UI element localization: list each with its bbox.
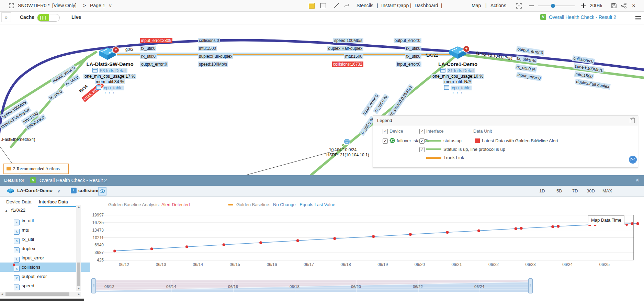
line-tool-icon[interactable] bbox=[334, 3, 339, 8]
cache-label: Cache bbox=[20, 14, 34, 20]
device-alert-badge[interactable]: + bbox=[463, 45, 470, 53]
map-data-time-marker[interactable]: Map Data Time bbox=[588, 215, 624, 225]
toggle-on-half bbox=[37, 14, 49, 21]
range-button-7d[interactable]: 7D bbox=[572, 188, 578, 193]
x-tick-label: 06/16 bbox=[265, 262, 279, 267]
slider-right-handle[interactable] bbox=[528, 278, 533, 293]
slider-date-label: 06/12 bbox=[104, 285, 114, 289]
fit-screen-icon[interactable] bbox=[516, 3, 522, 9]
sidebar-hscrollbar[interactable]: ◄ ► bbox=[0, 292, 81, 297]
tree-item-label: collisions bbox=[22, 265, 41, 270]
scroll-right-icon[interactable]: ► bbox=[77, 292, 80, 296]
map-label-chip: tx_util:0 bbox=[405, 54, 421, 59]
mem-util-label: mem_util:34 % bbox=[95, 79, 125, 84]
tab-interface-data[interactable]: Interface Data bbox=[39, 199, 68, 204]
menu-sep: | bbox=[377, 0, 378, 11]
legend-view-link[interactable]: View bbox=[535, 138, 545, 143]
details-close-icon[interactable]: × bbox=[635, 177, 639, 184]
map-label-chip: mtu:1500 bbox=[198, 46, 217, 51]
sidebar-vscrollbar[interactable]: ▲ ▼ bbox=[76, 205, 81, 291]
share-icon[interactable] bbox=[621, 3, 627, 9]
slider-date-label: 06/20 bbox=[351, 285, 361, 289]
golden-baseline-value[interactable]: No Change - Equals Last Value bbox=[273, 202, 335, 207]
map-label-chip: tx_util:0 bbox=[140, 46, 156, 51]
legend-status-up-checkbox[interactable]: ✓ bbox=[419, 138, 425, 144]
menu-dashboard[interactable]: Dashboard bbox=[415, 0, 438, 11]
expand-map-icon[interactable] bbox=[9, 3, 14, 8]
more-options-icon[interactable]: • • • bbox=[415, 91, 501, 95]
menu-hamburger-icon[interactable] bbox=[635, 15, 641, 21]
curve-tool-icon[interactable] bbox=[344, 3, 350, 8]
alert-swatch bbox=[475, 138, 480, 143]
details-device-selector[interactable]: LA-Core1-Demo bbox=[17, 188, 53, 193]
legend-device-checkbox[interactable]: ✓ bbox=[383, 129, 388, 134]
page-chevron-icon[interactable]: ∨ bbox=[109, 0, 112, 11]
zoom-slider-handle[interactable] bbox=[551, 4, 555, 8]
save-icon[interactable] bbox=[611, 3, 617, 9]
tree-item-label: output_error bbox=[22, 274, 47, 279]
x-tick-label: 06/20 bbox=[413, 262, 427, 267]
device-name[interactable]: LA-Core1-Demo bbox=[415, 61, 501, 67]
menu-actions[interactable]: Actions bbox=[490, 0, 506, 11]
scroll-up-icon[interactable]: ▲ bbox=[77, 205, 80, 209]
zoom-slider[interactable] bbox=[538, 5, 575, 6]
menu-map[interactable]: Map bbox=[472, 0, 481, 11]
cpu-table-link[interactable]: cpu_table bbox=[451, 86, 471, 90]
scroll-left-icon[interactable]: ◄ bbox=[1, 292, 4, 296]
map-title[interactable]: SNOWTIER0 * bbox=[18, 0, 50, 11]
page-selector[interactable]: Page 1 bbox=[90, 0, 105, 11]
details-title: Overall Health Check - Result 2 bbox=[39, 178, 107, 183]
menu-instant-qapp[interactable]: Instant Qapp bbox=[381, 0, 409, 11]
trunk-link-line[interactable] bbox=[117, 54, 451, 55]
tab-device-data[interactable]: Device Data bbox=[6, 199, 32, 204]
zoom-out-button[interactable] bbox=[529, 5, 534, 6]
tree-item-label: speed bbox=[22, 283, 34, 288]
legend-expand-icon[interactable] bbox=[630, 118, 635, 123]
legend-failover-checkbox[interactable]: ✓ bbox=[383, 138, 388, 144]
map-label-chip: rx_util:0 bbox=[405, 46, 421, 51]
x-tick-label: 06/25 bbox=[598, 262, 611, 267]
menu-stencils[interactable]: Stencils bbox=[357, 0, 373, 11]
hscroll-thumb[interactable] bbox=[5, 292, 69, 296]
metric-type-icon: s bbox=[14, 247, 20, 253]
tree-group[interactable]: ▲ f1/0/22 bbox=[5, 208, 25, 213]
legend-status-line-checkbox[interactable]: ✓ bbox=[419, 147, 425, 152]
live-label: Live bbox=[71, 14, 81, 20]
device-chevron-icon[interactable]: ∨ bbox=[57, 188, 60, 193]
menu-sep: | bbox=[441, 0, 442, 11]
more-options-icon[interactable]: • • • bbox=[67, 91, 153, 95]
golden-analysis-label: Golden Baseline Analysis: bbox=[108, 202, 160, 207]
email-button[interactable] bbox=[629, 156, 637, 164]
legend-interface-checkbox[interactable]: ✓ bbox=[419, 129, 425, 134]
tree-expand-icon[interactable]: ▲ bbox=[5, 209, 8, 212]
recommended-actions-button[interactable]: 2 Recommended Actions bbox=[3, 164, 69, 174]
health-check-result-link[interactable]: Overall Health Check - Result 2 bbox=[549, 14, 616, 20]
close-map-icon[interactable]: × bbox=[632, 0, 635, 11]
slider-date-label: 06/22 bbox=[413, 285, 423, 289]
device-alert-badge[interactable]: + bbox=[112, 46, 120, 54]
device-name[interactable]: LA-Dist2-SW-Demo bbox=[67, 61, 153, 67]
time-range-slider[interactable] bbox=[95, 280, 529, 292]
legend-title: Legend bbox=[373, 116, 638, 125]
map-label-chip: .FastEthernet0/34) bbox=[0, 137, 36, 142]
scroll-down-icon[interactable]: ▼ bbox=[77, 287, 80, 290]
collapse-panel-button[interactable]: » bbox=[1, 12, 11, 22]
cpu-table-link[interactable]: cpu_table bbox=[103, 86, 123, 90]
note-tool-icon[interactable] bbox=[309, 3, 315, 9]
range-button-1d[interactable]: 1D bbox=[539, 188, 545, 193]
hsrp-node-icon[interactable] bbox=[344, 138, 350, 145]
x-tick-label: 06/23 bbox=[524, 262, 538, 267]
app-window: SNOWTIER0 * [View Only] > Page 1 ∨ Stenc… bbox=[0, 0, 644, 301]
range-button-5d[interactable]: 5D bbox=[556, 188, 562, 193]
intfs-detail-link[interactable]: 31 Intfs Detail bbox=[447, 68, 475, 73]
vscroll-thumb[interactable] bbox=[77, 263, 80, 286]
slider-left-handle[interactable] bbox=[91, 278, 96, 293]
metric-tab[interactable]: collisions bbox=[78, 188, 100, 193]
cache-live-toggle[interactable] bbox=[37, 14, 60, 22]
rectangle-tool-icon[interactable] bbox=[320, 3, 326, 8]
range-button-max[interactable]: MAX bbox=[602, 188, 612, 193]
range-button-30d[interactable]: 30D bbox=[587, 188, 595, 193]
intfs-detail-link[interactable]: 53 Intfs Detail bbox=[99, 68, 127, 73]
eye-toggle-button[interactable] bbox=[98, 187, 106, 196]
zoom-in-button[interactable] bbox=[581, 3, 586, 8]
